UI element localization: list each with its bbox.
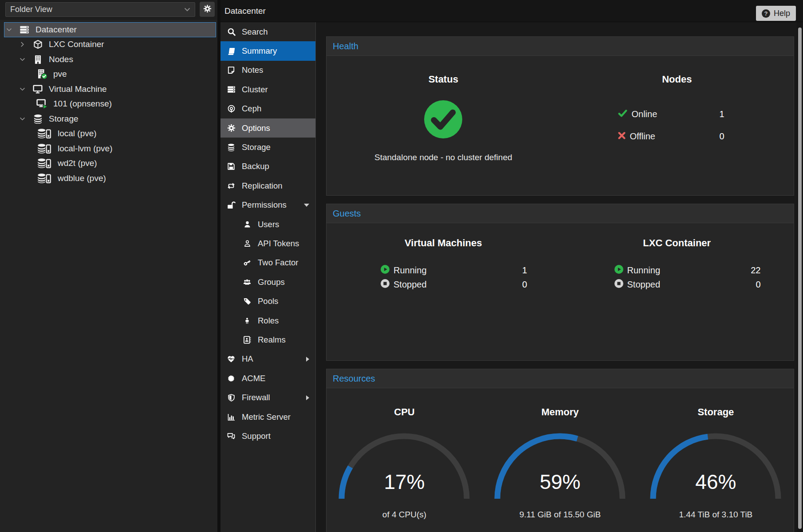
help-button[interactable]: ? Help xyxy=(756,6,796,21)
lxc-column: LXC Container Running 22 Stopped 0 xyxy=(560,236,794,292)
menu-item-roles[interactable]: Roles xyxy=(220,311,315,330)
tree-item-vm-101[interactable]: 101 (opnsense) xyxy=(0,97,217,112)
tree-item-label: Datacenter xyxy=(35,25,77,35)
tree-toolbar: Folder View xyxy=(0,0,217,20)
menu-item-backup[interactable]: Backup xyxy=(220,157,315,176)
comments-icon xyxy=(226,432,236,440)
nodes-column: Nodes Online 1 Offline 0 xyxy=(560,73,794,162)
nodes-offline-value: 0 xyxy=(719,131,724,142)
caret-right-icon xyxy=(306,395,309,400)
expander-icon[interactable] xyxy=(6,28,17,32)
datacenter-menu: Search Summary Notes Cluster Ceph Option… xyxy=(220,22,316,532)
tree-item-label: local-lvm (pve) xyxy=(58,144,113,154)
gear-icon xyxy=(203,4,212,15)
menu-item-label: Pools xyxy=(258,296,278,306)
view-mode-select[interactable]: Folder View xyxy=(5,2,195,17)
storage-drive-icon xyxy=(35,128,54,139)
menu-item-firewall[interactable]: Firewall xyxy=(220,388,315,407)
person-icon xyxy=(242,317,252,325)
stop-circle-icon xyxy=(381,279,390,290)
menu-item-metric-server[interactable]: Metric Server xyxy=(220,407,315,426)
chevron-down-icon xyxy=(184,8,190,12)
expander-icon[interactable] xyxy=(20,58,30,61)
tree-item-node-pve[interactable]: pve xyxy=(0,67,217,82)
tree-item-storage-local[interactable]: local (pve) xyxy=(0,126,217,142)
health-panel-header: Health xyxy=(327,37,794,56)
menu-item-label: Groups xyxy=(258,277,285,287)
floppy-icon xyxy=(226,162,236,170)
menu-item-support[interactable]: Support xyxy=(220,426,315,445)
tree-settings-button[interactable] xyxy=(200,2,215,17)
lxc-stopped-label: Stopped xyxy=(627,280,661,290)
lxc-running-label: Running xyxy=(627,265,661,276)
storage-gauge-title: Storage xyxy=(697,406,734,418)
tree-item-label: Nodes xyxy=(49,55,73,64)
vertical-scrollbar[interactable] xyxy=(797,22,803,532)
expander-icon[interactable] xyxy=(20,43,30,46)
storage-drive-icon xyxy=(35,173,54,184)
menu-item-options[interactable]: Options xyxy=(220,118,315,138)
menu-item-users[interactable]: Users xyxy=(220,215,315,234)
storage-drive-icon xyxy=(35,143,54,154)
menu-item-label: Search xyxy=(242,27,268,37)
tree-item-lxc-container[interactable]: LXC Container xyxy=(0,37,217,52)
memory-gauge: 59% xyxy=(493,431,626,502)
tree-item-storage-local-lvm[interactable]: local-lvm (pve) xyxy=(0,141,217,156)
vm-stopped-label: Stopped xyxy=(394,280,427,290)
node-online-icon xyxy=(35,69,50,79)
certificate-icon xyxy=(226,374,236,382)
tree-item-label: Storage xyxy=(49,114,79,124)
menu-item-replication[interactable]: Replication xyxy=(220,176,315,195)
tree-item-nodes[interactable]: Nodes xyxy=(0,52,217,67)
menu-item-cluster[interactable]: Cluster xyxy=(220,80,315,99)
tree-item-label: 101 (opnsense) xyxy=(53,99,112,109)
menu-item-label: API Tokens xyxy=(258,239,299,248)
menu-item-label: Cluster xyxy=(242,85,268,95)
vm-running-icon xyxy=(35,99,50,109)
menu-item-ceph[interactable]: Ceph xyxy=(220,99,315,118)
menu-item-notes[interactable]: Notes xyxy=(220,61,315,80)
resources-panel: Resources CPU 17% of 4 CPU(s) Memory xyxy=(326,369,794,532)
expander-icon[interactable] xyxy=(20,87,30,91)
menu-item-label: Backup xyxy=(242,162,269,171)
cpu-gauge-column: CPU 17% of 4 CPU(s) xyxy=(327,406,482,520)
vm-running-label: Running xyxy=(394,265,427,276)
status-title: Status xyxy=(327,73,560,86)
memory-gauge-column: Memory 59% 9.11 GiB of 15.50 GiB xyxy=(482,406,638,520)
menu-item-groups[interactable]: Groups xyxy=(220,272,315,292)
menu-item-summary[interactable]: Summary xyxy=(220,41,315,60)
tree-item-storage[interactable]: Storage xyxy=(0,111,217,126)
menu-item-search[interactable]: Search xyxy=(220,22,315,41)
menu-item-label: Options xyxy=(242,123,270,133)
unlock-icon xyxy=(226,201,236,209)
check-icon xyxy=(618,110,627,119)
tag-icon xyxy=(242,297,252,305)
tree-item-virtual-machine[interactable]: Virtual Machine xyxy=(0,82,217,97)
lxc-running-row: Running 22 xyxy=(614,263,761,277)
menu-item-realms[interactable]: Realms xyxy=(220,330,315,349)
tree-item-storage-wd2t[interactable]: wd2t (pve) xyxy=(0,156,217,171)
expander-icon[interactable] xyxy=(20,117,30,121)
menu-item-two-factor[interactable]: Two Factor xyxy=(220,253,315,272)
vm-stopped-value: 0 xyxy=(522,280,527,290)
tree-item-datacenter[interactable]: Datacenter xyxy=(4,22,216,37)
tree-item-label: Virtual Machine xyxy=(49,84,107,94)
note-icon xyxy=(226,66,236,74)
menu-item-acme[interactable]: ACME xyxy=(220,369,315,388)
menu-item-label: Storage xyxy=(242,142,271,152)
storage-gauge-column: Storage 46% 1.44 TiB of 3.10 TiB xyxy=(638,406,794,520)
menu-item-ha[interactable]: HA xyxy=(220,350,315,369)
guests-panel-header: Guests xyxy=(327,204,794,223)
storage-gauge-subtitle: 1.44 TiB of 3.10 TiB xyxy=(679,510,752,520)
resources-panel-title: Resources xyxy=(333,374,375,384)
menu-item-storage[interactable]: Storage xyxy=(220,138,315,157)
menu-item-permissions[interactable]: Permissions xyxy=(220,196,315,215)
nodes-offline-row: Offline 0 xyxy=(618,125,724,147)
tree-item-label: wd2t (pve) xyxy=(58,158,97,168)
menu-item-pools[interactable]: Pools xyxy=(220,292,315,311)
menu-item-api-tokens[interactable]: API Tokens xyxy=(220,234,315,253)
scrollbar-thumb[interactable] xyxy=(798,28,802,529)
memory-gauge-title: Memory xyxy=(541,406,579,418)
tree-item-storage-wdblue[interactable]: wdblue (pve) xyxy=(0,171,217,186)
menu-item-label: Notes xyxy=(242,65,263,75)
